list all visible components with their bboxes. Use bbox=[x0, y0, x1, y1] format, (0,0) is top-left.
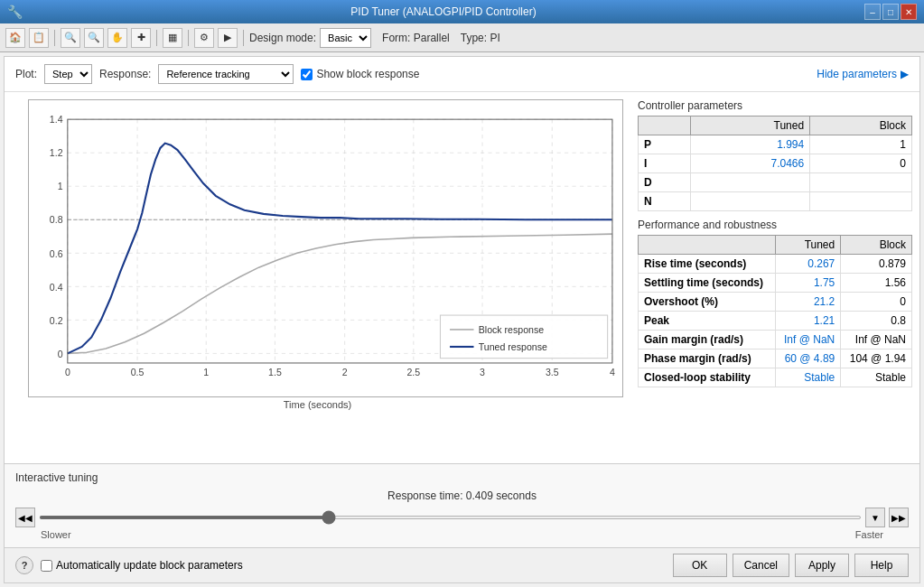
svg-text:Tuned response: Tuned response bbox=[479, 341, 547, 352]
auto-update-label: Automatically update block parameters bbox=[56, 559, 243, 572]
toolbar-btn-settings[interactable]: ⚙ bbox=[194, 28, 214, 48]
response-time-label: Response time: 0.409 seconds bbox=[15, 489, 909, 502]
design-mode-select[interactable]: Basic bbox=[320, 28, 371, 48]
toolbar: 🏠 📋 🔍 🔍 ✋ ✚ ▦ ⚙ ▶ Design mode: Basic For… bbox=[0, 23, 924, 52]
slider-down-arrow[interactable]: ▼ bbox=[865, 508, 885, 527]
title-bar: 🔧 PID Tuner (ANALOGPI/PID Controller) – … bbox=[0, 0, 924, 23]
toolbar-btn-hand[interactable]: ✋ bbox=[107, 28, 127, 48]
performance-params-table: Tuned Block Rise time (seconds) 0.267 0.… bbox=[638, 235, 912, 387]
toolbar-btn-zoom-out[interactable]: 🔍 bbox=[84, 28, 104, 48]
ctrl-i-tuned: 7.0466 bbox=[690, 154, 809, 173]
slider-labels: Slower Faster bbox=[15, 529, 909, 540]
apply-button[interactable]: Apply bbox=[795, 554, 849, 577]
tuning-slider[interactable] bbox=[39, 516, 862, 519]
perf-row-stability: Closed-loop stability Stable Stable bbox=[639, 368, 912, 387]
show-block-checkbox[interactable] bbox=[301, 69, 313, 80]
perf-settle-tuned: 1.75 bbox=[775, 274, 840, 293]
auto-update-checkbox[interactable] bbox=[41, 560, 52, 572]
toolbar-btn-table[interactable]: ▦ bbox=[163, 28, 182, 48]
window-controls: – □ ✕ bbox=[864, 4, 917, 20]
svg-text:0.4: 0.4 bbox=[50, 282, 63, 293]
svg-text:1.5: 1.5 bbox=[268, 367, 282, 377]
toolbar-btn-play[interactable]: ▶ bbox=[218, 28, 238, 48]
svg-text:1.2: 1.2 bbox=[50, 147, 63, 158]
toolbar-separator-4 bbox=[243, 30, 244, 46]
perf-rise-block: 0.879 bbox=[841, 255, 912, 274]
perf-overshoot-label: Overshoot (%) bbox=[639, 293, 776, 312]
main-content: Plot: Step Response: Reference tracking … bbox=[4, 56, 920, 583]
perf-row-settle: Settling time (seconds) 1.75 1.56 bbox=[639, 274, 912, 293]
ok-button[interactable]: OK bbox=[673, 554, 727, 577]
ctrl-row-i: I 7.0466 0 bbox=[639, 154, 912, 173]
bottom-buttons: OK Cancel Apply Help bbox=[673, 554, 909, 577]
controls-bar: Plot: Step Response: Reference tracking … bbox=[5, 57, 919, 92]
cancel-button[interactable]: Cancel bbox=[733, 554, 789, 577]
toolbar-separator-2 bbox=[156, 30, 157, 46]
slider-left-arrow[interactable]: ◀◀ bbox=[15, 508, 35, 527]
perf-phase-block: 104 @ 1.94 bbox=[841, 349, 912, 368]
perf-peak-tuned: 1.21 bbox=[775, 312, 840, 331]
design-mode-label: Design mode: bbox=[249, 32, 316, 44]
ctrl-n-block bbox=[810, 192, 912, 211]
chart-params-row: Amplitude bbox=[5, 92, 919, 463]
close-button[interactable]: ✕ bbox=[901, 4, 917, 20]
ctrl-header-label bbox=[639, 116, 691, 135]
perf-stability-tuned: Stable bbox=[775, 368, 840, 387]
window-title: PID Tuner (ANALOGPI/PID Controller) bbox=[23, 5, 864, 18]
help-button[interactable]: Help bbox=[854, 554, 909, 577]
perf-settle-block: 1.56 bbox=[841, 274, 912, 293]
slower-label: Slower bbox=[41, 529, 71, 540]
ctrl-row-d: D bbox=[639, 173, 912, 192]
ctrl-d-tuned bbox=[690, 173, 809, 192]
perf-gain-tuned: Inf @ NaN bbox=[775, 331, 840, 349]
plot-select[interactable]: Step bbox=[44, 64, 92, 84]
svg-text:Block response: Block response bbox=[479, 324, 544, 335]
response-label: Response: bbox=[99, 68, 151, 80]
toolbar-btn-2[interactable]: 📋 bbox=[29, 28, 49, 48]
ctrl-header-block: Block bbox=[810, 116, 912, 135]
chart-container: 0 0.2 0.4 0.6 0.8 1 1.2 1.4 0 0.5 1 1.5 … bbox=[28, 99, 623, 397]
maximize-button[interactable]: □ bbox=[882, 4, 899, 20]
svg-text:0.8: 0.8 bbox=[50, 214, 63, 225]
perf-row-gain: Gain margin (rad/s) Inf @ NaN Inf @ NaN bbox=[639, 331, 912, 349]
help-circle-button[interactable]: ? bbox=[15, 556, 33, 574]
show-block-response-check[interactable]: Show block response bbox=[301, 68, 419, 80]
performance-params-title: Performance and robustness bbox=[638, 219, 912, 231]
toolbar-btn-zoom-in[interactable]: 🔍 bbox=[61, 28, 80, 48]
ctrl-d-block bbox=[810, 173, 912, 192]
perf-row-phase: Phase margin (rad/s) 60 @ 4.89 104 @ 1.9… bbox=[639, 349, 912, 368]
ctrl-d-label: D bbox=[639, 173, 691, 192]
interactive-tuning-section: Interactive tuning Response time: 0.409 … bbox=[5, 463, 919, 547]
svg-text:0.5: 0.5 bbox=[131, 367, 145, 377]
toolbar-btn-1[interactable]: 🏠 bbox=[5, 28, 25, 48]
ctrl-n-label: N bbox=[639, 192, 691, 211]
perf-peak-label: Peak bbox=[639, 312, 776, 331]
response-select[interactable]: Reference tracking bbox=[158, 64, 294, 84]
perf-rise-label: Rise time (seconds) bbox=[639, 255, 776, 274]
perf-peak-block: 0.8 bbox=[841, 312, 912, 331]
minimize-button[interactable]: – bbox=[864, 4, 881, 20]
hide-params-label: Hide parameters bbox=[817, 68, 897, 80]
svg-text:3.5: 3.5 bbox=[546, 367, 559, 377]
ctrl-i-label: I bbox=[639, 154, 691, 173]
svg-text:1: 1 bbox=[58, 181, 63, 191]
ctrl-row-p: P 1.994 1 bbox=[639, 135, 912, 154]
bottom-bar: ? Automatically update block parameters … bbox=[5, 547, 919, 582]
perf-header-block: Block bbox=[841, 236, 912, 255]
perf-settle-label: Settling time (seconds) bbox=[639, 274, 776, 293]
svg-text:1: 1 bbox=[203, 367, 209, 377]
slider-right-arrow[interactable]: ▶▶ bbox=[889, 508, 909, 527]
hide-params-button[interactable]: Hide parameters ▶ bbox=[817, 68, 909, 80]
app-icon: 🔧 bbox=[7, 5, 23, 19]
toolbar-btn-crosshair[interactable]: ✚ bbox=[131, 28, 151, 48]
ctrl-p-block: 1 bbox=[810, 135, 912, 154]
perf-stability-label: Closed-loop stability bbox=[639, 368, 776, 387]
ctrl-p-label: P bbox=[639, 135, 691, 154]
svg-text:0: 0 bbox=[65, 367, 70, 377]
svg-text:0: 0 bbox=[58, 349, 63, 359]
params-panel: Controller parameters Tuned Block P 1.99… bbox=[630, 92, 919, 463]
plot-label: Plot: bbox=[15, 68, 37, 80]
svg-text:2.5: 2.5 bbox=[406, 367, 420, 377]
ctrl-i-block: 0 bbox=[810, 154, 912, 173]
ctrl-p-tuned: 1.994 bbox=[690, 135, 809, 154]
